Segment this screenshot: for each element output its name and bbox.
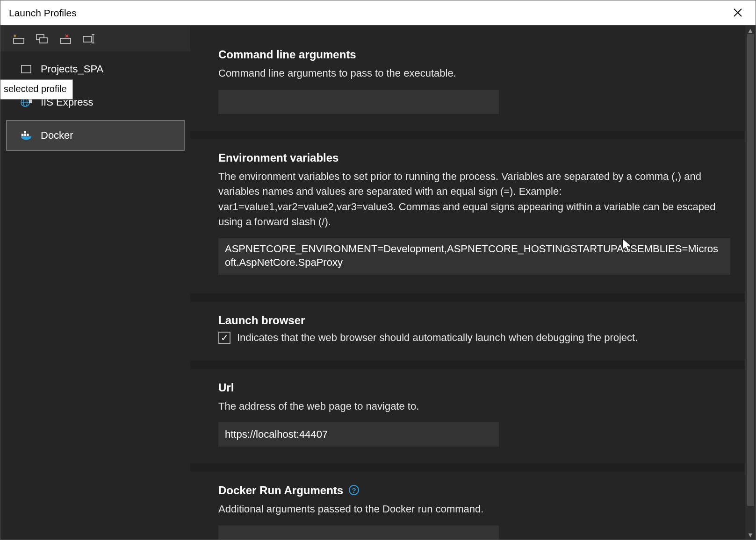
url-desc: The address of the web page to navigate … [218, 399, 727, 414]
window-title: Launch Profiles [9, 7, 77, 19]
svg-rect-10 [22, 65, 31, 73]
section-env-vars: Environment variables The environment va… [190, 139, 756, 293]
duplicate-profile-button[interactable] [36, 33, 49, 44]
section-url: Url The address of the web page to navig… [190, 369, 756, 464]
env-title: Environment variables [218, 151, 727, 164]
main-inner: Command line arguments Command line argu… [190, 26, 756, 540]
docker-run-args-input[interactable] [218, 526, 499, 540]
delete-profile-button[interactable] [59, 33, 72, 44]
new-profile-icon [12, 34, 25, 44]
env-vars-input[interactable] [218, 238, 730, 275]
svg-rect-15 [22, 134, 24, 136]
svg-rect-18 [27, 134, 29, 136]
main-panel: Command line arguments Command line argu… [190, 26, 756, 540]
launch-title: Launch browser [218, 314, 727, 327]
url-title: Url [218, 381, 727, 394]
section-command-line-args: Command line arguments Command line argu… [190, 26, 756, 131]
docker-run-title: Docker Run Arguments ? [218, 484, 727, 497]
scroll-thumb[interactable] [747, 34, 754, 506]
scroll-down-arrow[interactable]: ▼ [747, 530, 754, 540]
launch-checkbox-label: Indicates that the web browser should au… [237, 332, 638, 344]
svg-rect-4 [40, 38, 47, 43]
profile-label: Docker [41, 129, 73, 142]
docker-run-title-text: Docker Run Arguments [218, 484, 343, 497]
delete-profile-icon [59, 34, 72, 44]
launch-profiles-window: Launch Profiles [0, 0, 756, 540]
sidebar-toolbar [0, 26, 190, 51]
content-area: selected profile Projects_SPA [0, 26, 756, 540]
rename-profile-button[interactable] [82, 33, 95, 44]
titlebar: Launch Profiles [0, 0, 756, 26]
profile-list: Projects_SPA IIS Express [0, 51, 190, 152]
scrollbar[interactable]: ▲ ▼ [745, 26, 756, 540]
launch-checkbox-row: Indicates that the web browser should au… [218, 332, 727, 344]
scroll-up-arrow[interactable]: ▲ [747, 26, 754, 35]
svg-rect-14 [29, 99, 32, 103]
url-input[interactable] [218, 422, 499, 447]
profile-item-docker[interactable]: Docker [6, 120, 185, 151]
project-icon [20, 63, 32, 75]
cmd-desc: Command line arguments to pass to the ex… [218, 66, 727, 81]
docker-run-desc: Additional arguments passed to the Docke… [218, 502, 727, 517]
profile-label: Projects_SPA [41, 63, 103, 75]
section-launch-browser: Launch browser Indicates that the web br… [190, 302, 756, 361]
svg-rect-6 [83, 36, 92, 42]
close-button[interactable] [728, 4, 747, 22]
svg-rect-2 [14, 38, 24, 43]
help-icon[interactable]: ? [349, 485, 359, 495]
docker-icon [20, 129, 32, 142]
new-profile-button[interactable] [12, 33, 25, 44]
env-desc: The environment variables to set prior t… [218, 169, 727, 230]
duplicate-profile-icon [36, 34, 49, 44]
selected-profile-tooltip: selected profile [0, 79, 73, 99]
cmd-title: Command line arguments [218, 48, 727, 61]
launch-browser-checkbox[interactable] [218, 332, 230, 344]
svg-rect-5 [60, 38, 71, 43]
cmd-args-input[interactable] [218, 90, 499, 114]
close-icon [733, 8, 742, 17]
section-docker-run-args: Docker Run Arguments ? Additional argume… [190, 472, 756, 540]
sidebar: selected profile Projects_SPA [0, 26, 190, 540]
rename-profile-icon [82, 34, 95, 44]
svg-rect-16 [24, 134, 26, 136]
svg-rect-17 [24, 131, 26, 134]
